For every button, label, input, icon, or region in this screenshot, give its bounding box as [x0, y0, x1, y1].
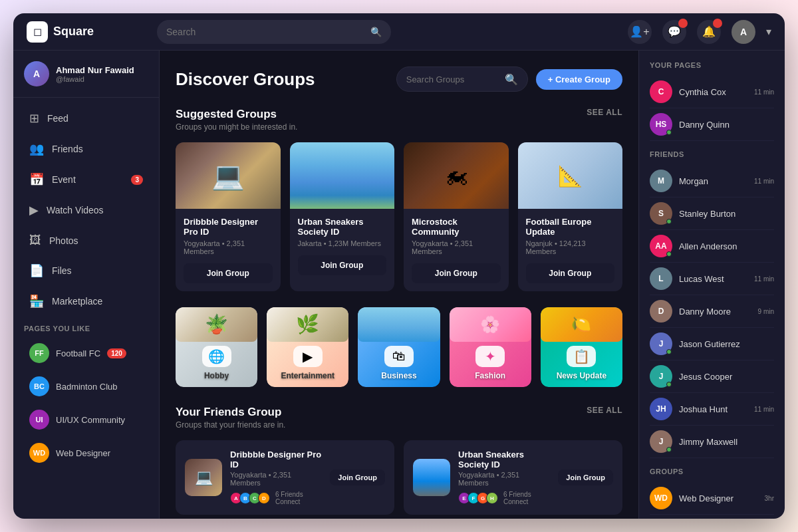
files-icon: 📄: [29, 263, 44, 278]
category-hobby[interactable]: 🪴 🌐 Hobby: [176, 307, 257, 387]
jason-online: [666, 349, 672, 354]
football-fc-label: Football FC: [56, 348, 100, 358]
suggested-groups-see-all[interactable]: SEE ALL: [587, 108, 622, 117]
rs-stanley[interactable]: S Stanley Burton: [650, 198, 774, 230]
category-row: 🪴 🌐 Hobby 🌿 ▶ Entertainment: [176, 307, 622, 387]
watch-icon: ▶: [29, 203, 39, 217]
sidebar-item-friends[interactable]: 👥 Friends: [19, 135, 154, 163]
group-card-football-europe-name: Football Europe Update: [526, 217, 615, 237]
notifications-button[interactable]: 🔔: [697, 20, 721, 44]
suggested-groups-grid: 💻 Dribbble Designer Pro ID Yogyakarta • …: [176, 142, 622, 291]
group-card-microstock-meta: Yogyakarta • 2,351 Members: [412, 239, 501, 255]
suggested-groups-subtitle: Groups you might be interested in.: [176, 122, 297, 132]
web-designer-group-time: 3hr: [765, 495, 774, 502]
cynthia-time: 11 min: [754, 88, 774, 96]
rs-danny-moore[interactable]: D Danny Moore 9 min: [650, 295, 774, 328]
user-avatar-nav[interactable]: A: [732, 20, 755, 44]
messages-button[interactable]: 💬: [662, 20, 686, 44]
group-card-football-europe[interactable]: 📐 Football Europe Update Nganjuk • 124,2…: [518, 142, 623, 291]
join-urban-button[interactable]: Join Group: [298, 255, 387, 275]
global-search-input[interactable]: [166, 27, 365, 37]
category-entertainment[interactable]: 🌿 ▶ Entertainment: [267, 307, 348, 387]
danny-quinn-online: [666, 130, 672, 135]
right-sidebar: YOUR PAGES C Cynthia Cox 11 min HS Danny…: [638, 51, 785, 519]
friends-group-see-all[interactable]: SEE ALL: [587, 406, 622, 415]
jimmy-online: [666, 447, 672, 452]
rs-topcoder[interactable]: TI Topcoder Indonesia: [650, 515, 774, 519]
stanley-avatar: S: [650, 202, 672, 225]
group-card-dribbble[interactable]: 💻 Dribbble Designer Pro ID Yogyakarta • …: [176, 142, 281, 291]
rs-joshua[interactable]: JH Joshua Hunt 11 min: [650, 393, 774, 426]
page-header: Discover Groups 🔍 + Create Group: [176, 66, 622, 92]
add-friend-button[interactable]: 👤+: [628, 20, 652, 44]
danny-moore-avatar: D: [650, 300, 672, 323]
friend-avatar-8: H: [486, 492, 498, 504]
create-group-button[interactable]: + Create Group: [536, 69, 622, 90]
lucas-avatar: L: [650, 267, 672, 290]
fg-join-dribbble[interactable]: Join Group: [330, 469, 385, 485]
search-groups-input[interactable]: [406, 74, 499, 84]
avatar-dropdown-icon[interactable]: ▾: [766, 25, 771, 38]
sidebar-item-uiux[interactable]: UI UI/UX Community: [19, 404, 154, 435]
jesus-avatar: J: [650, 365, 672, 388]
user-profile-section[interactable]: A Ahmad Nur Fawaid @fawaid: [13, 61, 159, 98]
rs-jesus[interactable]: J Jesus Cooper: [650, 360, 774, 393]
rs-morgan[interactable]: M Morgan 11 min: [650, 165, 774, 198]
allen-avatar: AA: [650, 235, 672, 257]
fashion-icon-wrapper: ✦: [475, 346, 505, 367]
friends-group-grid: 💻 Dribbble Designer Pro ID Yogyakarta • …: [176, 440, 622, 519]
fg-connect-text-dribbble: 6 Friends Connect: [275, 491, 322, 505]
sidebar-item-event[interactable]: 📅 Event 3: [19, 166, 154, 194]
pages-section-title: PAGES YOU LIKE: [13, 317, 159, 336]
photos-label: Photos: [49, 235, 143, 246]
group-card-dribbble-name: Dribbble Designer Pro ID: [184, 217, 273, 237]
user-avatar: A: [24, 61, 49, 86]
search-groups-bar[interactable]: 🔍: [396, 66, 528, 92]
group-card-dribbble-meta: Yogyakarta • 2,351 Members: [184, 239, 273, 255]
sidebar-item-files[interactable]: 📄 Files: [19, 257, 154, 285]
rs-allen[interactable]: AA Allen Anderson: [650, 230, 774, 263]
sidebar-item-watch[interactable]: ▶ Watch Videos: [19, 196, 154, 224]
category-news[interactable]: 🍋 📋 News Update: [541, 307, 622, 387]
sidebar-item-feed[interactable]: ⊞ Feed: [19, 104, 154, 132]
logo-area: ◻ Square: [27, 21, 146, 43]
friends-title: FRIENDS: [650, 150, 774, 158]
join-football-europe-button[interactable]: Join Group: [526, 263, 615, 283]
rs-cynthia[interactable]: C Cynthia Cox 11 min: [650, 76, 774, 108]
sidebar-item-webdesigner[interactable]: WD Web Designer: [19, 438, 154, 468]
group-card-football-europe-meta: Nganjuk • 124,213 Members: [526, 239, 615, 255]
rs-web-designer-group[interactable]: WD Web Designer 3hr: [650, 482, 774, 515]
jason-name: Jason Gutierrez: [679, 339, 767, 349]
rs-jimmy[interactable]: J Jimmy Maxwell: [650, 426, 774, 458]
rs-danny-quinn[interactable]: HS Danny Quinn: [650, 108, 774, 141]
fg-card-urban[interactable]: Urban Sneakers Society ID Yogyakarta • 2…: [404, 440, 622, 515]
danny-moore-name: Danny Moore: [679, 307, 751, 317]
rs-lucas[interactable]: L Lucas West 11 min: [650, 263, 774, 295]
global-search-bar[interactable]: 🔍: [157, 20, 391, 44]
group-card-urban[interactable]: Urban Sneakers Society ID Jakarta • 1,23…: [290, 142, 395, 291]
sidebar-item-badminton[interactable]: BC Badminton Club: [19, 371, 154, 402]
category-business[interactable]: 🛍 Business: [358, 307, 440, 387]
sidebar-item-football-fc[interactable]: FF Football FC 120: [19, 338, 154, 368]
fg-thumb-urban: [413, 459, 450, 496]
rs-jason[interactable]: J Jason Gutierrez: [650, 328, 774, 360]
app-logo-icon: ◻: [27, 21, 48, 43]
hobby-icon-wrapper: 🌐: [202, 346, 231, 367]
group-card-microstock[interactable]: 🏍 Microstock Community Yogyakarta • 2,35…: [404, 142, 509, 291]
fg-card-dribbble[interactable]: 💻 Dribbble Designer Pro ID Yogyakarta • …: [176, 440, 394, 515]
category-fashion[interactable]: 🌸 ✦ Fashion: [450, 307, 531, 387]
cynthia-name: Cynthia Cox: [679, 87, 747, 97]
sidebar-item-photos[interactable]: 🖼 Photos: [19, 227, 154, 254]
cynthia-avatar: C: [650, 80, 672, 103]
event-icon: 📅: [29, 172, 44, 187]
group-card-urban-meta: Jakarta • 1,23M Members: [298, 239, 387, 247]
join-microstock-button[interactable]: Join Group: [412, 263, 501, 283]
fg-join-urban[interactable]: Join Group: [558, 469, 613, 485]
messages-badge: [678, 19, 688, 28]
friends-group-subtitle: Groups that your friends are in.: [176, 420, 285, 430]
web-designer-group-name: Web Designer: [679, 493, 758, 503]
joshua-time: 11 min: [754, 406, 774, 413]
suggested-groups-header: Suggested Groups Groups you might be int…: [176, 108, 622, 132]
join-dribbble-button[interactable]: Join Group: [184, 263, 273, 283]
sidebar-item-marketplace[interactable]: 🏪 Marketplace: [19, 287, 154, 315]
